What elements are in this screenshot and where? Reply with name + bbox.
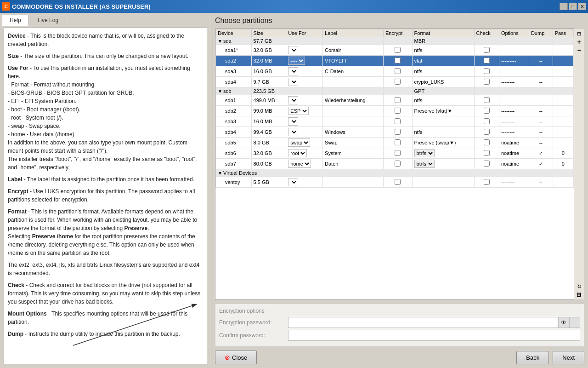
part-format: crypto_LUKS: [412, 77, 474, 87]
part-options: --------: [499, 106, 529, 116]
titlebar-title: COMMODORE OS INSTALLER (AS SUPERUSER): [12, 3, 151, 10]
table-row[interactable]: ventoy 5.5 GB -------- --: [216, 177, 574, 188]
tab-help[interactable]: Help: [2, 15, 29, 26]
table-row[interactable]: sdb6 32.0 GB root System btrfs noatime ✓…: [216, 148, 574, 159]
part-encrypt[interactable]: [384, 177, 413, 188]
close-button[interactable]: ✕: [578, 3, 586, 10]
disk-use-for: [286, 87, 323, 95]
part-device: sdb7: [216, 159, 252, 169]
part-check[interactable]: [474, 77, 499, 87]
part-use-for[interactable]: [286, 77, 323, 87]
part-check[interactable]: [474, 106, 499, 116]
refresh-button[interactable]: ↻: [576, 283, 583, 290]
part-use-for[interactable]: [286, 177, 323, 188]
table-row[interactable]: ▼Virtual Devices: [216, 169, 574, 177]
part-encrypt[interactable]: [384, 116, 413, 127]
part-use-for[interactable]: [286, 95, 323, 106]
help-content: Device - This is the block device name t…: [4, 28, 207, 364]
part-encrypt[interactable]: [384, 106, 413, 116]
col-use-for: Use For: [286, 29, 323, 37]
part-encrypt[interactable]: [384, 66, 413, 77]
table-row[interactable]: ▼sda 57.7 GB MBR: [216, 37, 574, 45]
part-check[interactable]: [474, 116, 499, 127]
part-encrypt[interactable]: [384, 77, 413, 87]
table-row[interactable]: sda3 16.0 GB C-Daten ntfs -------- --: [216, 66, 574, 77]
back-button[interactable]: Back: [516, 351, 549, 364]
part-encrypt[interactable]: [384, 127, 413, 138]
part-check[interactable]: [474, 159, 499, 169]
table-row[interactable]: sdb1 499.0 MB Wiederherstellung ntfs ---…: [216, 95, 574, 106]
part-device: sda4: [216, 77, 252, 87]
table-row[interactable]: ▼sdb 223.5 GB GPT: [216, 87, 574, 95]
part-encrypt[interactable]: [384, 95, 413, 106]
partition-table-container[interactable]: Device Size Use For Label Encrypt Format…: [215, 29, 574, 300]
part-check[interactable]: [474, 127, 499, 138]
table-row[interactable]: sdb3 16.0 MB -------- --: [216, 116, 574, 127]
tab-live-log[interactable]: Live Log: [30, 15, 66, 26]
part-size: 9.7 GB: [251, 77, 286, 87]
part-use-for[interactable]: [286, 66, 323, 77]
part-encrypt[interactable]: [384, 138, 413, 148]
annotation-arrow: [64, 299, 202, 355]
next-button[interactable]: Next: [553, 351, 584, 364]
part-encrypt[interactable]: [384, 159, 413, 169]
part-use-for[interactable]: swap: [286, 138, 323, 148]
part-format: [412, 116, 474, 127]
part-use-for[interactable]: ----: [286, 56, 323, 66]
table-row[interactable]: sda4 9.7 GB crypto_LUKS -------- --: [216, 77, 574, 87]
password-input[interactable]: [288, 317, 558, 328]
part-dump: [529, 45, 553, 56]
part-check[interactable]: [474, 138, 499, 148]
part-check[interactable]: [474, 45, 499, 56]
disk-format: MBR: [412, 37, 474, 45]
col-pass: Pass: [553, 29, 573, 37]
add-row-button[interactable]: +: [576, 38, 583, 46]
part-use-for[interactable]: home: [286, 159, 323, 169]
help-p7: The ext2, ext3, ext4, jfs, xfs and btrfs…: [8, 261, 203, 277]
part-options: noatime: [499, 138, 529, 148]
part-encrypt[interactable]: [384, 45, 413, 56]
table-row[interactable]: sdb5 8.0 GB swap Swap Preserve (swap▼) n…: [216, 138, 574, 148]
table-row[interactable]: sda1* 32.0 GB Corsair ntfs: [216, 45, 574, 56]
password-extra-btn[interactable]: [569, 317, 580, 328]
part-encrypt[interactable]: [384, 56, 413, 66]
show-password-button[interactable]: 👁: [558, 317, 569, 328]
minimize-button[interactable]: _: [560, 3, 568, 10]
part-pass: [553, 106, 573, 116]
part-label: Daten: [323, 159, 384, 169]
remove-row-button[interactable]: −: [576, 46, 583, 54]
help-p5: Encrypt - Use LUKS encryption for this p…: [8, 187, 203, 204]
bottom-bar: ⊗ Close Back Next: [215, 351, 584, 364]
disk-encrypt: [384, 37, 413, 45]
part-check[interactable]: [474, 148, 499, 159]
table-row[interactable]: sdb7 80.0 GB home Daten btrfs noatime ✓ …: [216, 159, 574, 169]
part-device: ventoy: [216, 177, 252, 188]
part-check[interactable]: [474, 95, 499, 106]
close-button[interactable]: ⊗ Close: [215, 351, 257, 364]
part-device: sda3: [216, 66, 252, 77]
part-check[interactable]: [474, 56, 499, 66]
image-button[interactable]: 🖼: [576, 291, 583, 299]
part-use-for[interactable]: ESP: [286, 106, 323, 116]
part-use-for[interactable]: root: [286, 148, 323, 159]
table-row[interactable]: sda2 32.0 MB ---- VTOYEFI vfat ---------…: [216, 56, 574, 66]
part-encrypt[interactable]: [384, 148, 413, 159]
part-size: 32.0 MB: [251, 56, 286, 66]
col-options: Options: [499, 29, 529, 37]
part-pass: 0: [553, 159, 573, 169]
disk-format: GPT: [412, 87, 474, 95]
part-use-for[interactable]: [286, 116, 323, 127]
part-check[interactable]: [474, 177, 499, 188]
confirm-input[interactable]: [288, 330, 580, 341]
part-label: [323, 106, 384, 116]
part-use-for[interactable]: [286, 45, 323, 56]
maximize-button[interactable]: □: [569, 3, 577, 10]
part-check[interactable]: [474, 66, 499, 77]
part-use-for[interactable]: [286, 127, 323, 138]
part-dump: ✓: [529, 159, 553, 169]
part-pass: [553, 177, 573, 188]
table-row[interactable]: sdb4 99.4 GB Windows ntfs -------- --: [216, 127, 574, 138]
page-title: Choose partitions: [215, 17, 584, 25]
refresh-icon-top[interactable]: ⊞: [576, 30, 583, 37]
table-row[interactable]: sdb2 99.0 MB ESP Preserve (vfat)▼ ------…: [216, 106, 574, 116]
